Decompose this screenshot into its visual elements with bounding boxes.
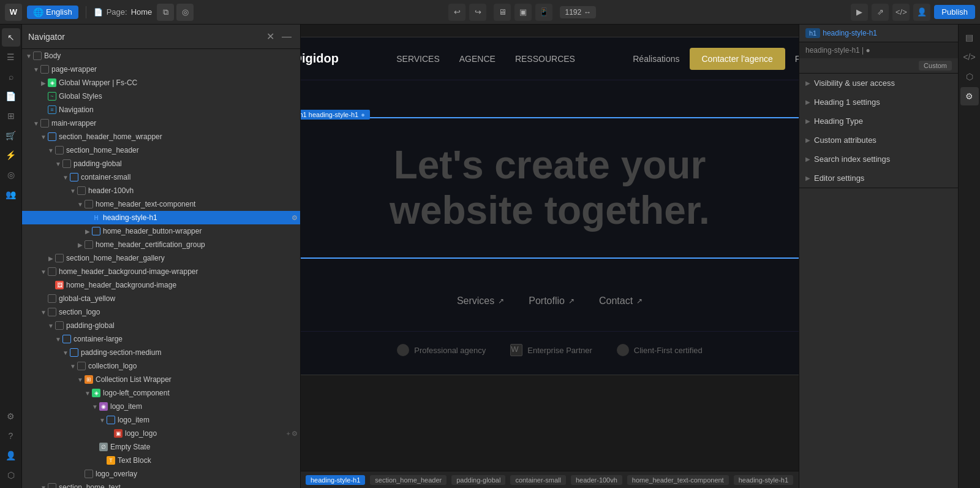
tree-item-1[interactable]: ▼Body — [22, 49, 300, 63]
right-code-btn[interactable]: </> — [960, 48, 979, 66]
tree-item-27[interactable]: ▼◉logo_item — [22, 400, 300, 413]
tree-item-26[interactable]: ▼◈logo-left_component — [22, 386, 300, 400]
tree-item-14[interactable]: ▶home_header_button-wrapper — [22, 224, 300, 238]
section-visibility[interactable]: ▶ Visibility & user access — [799, 74, 958, 93]
canvas-content[interactable]: Digidop SERVICES AGENCE RESSOURCES Réali… — [301, 25, 799, 471]
undo-btn[interactable]: ↩ — [448, 4, 466, 21]
tree-item-23[interactable]: ▼padding-section-medium — [22, 346, 300, 359]
user-btn[interactable]: 👤 — [913, 4, 930, 21]
tree-item-29[interactable]: ▣logo_logo+⚙ — [22, 427, 300, 440]
menu-services[interactable]: SERVICES — [396, 54, 440, 64]
section-headingtype[interactable]: ▶ Heading Type — [799, 112, 958, 131]
language-selector[interactable]: 🌐 English — [27, 6, 78, 19]
assets-btn[interactable]: ◎ — [2, 166, 20, 184]
tree-item-31[interactable]: TText Block — [22, 454, 300, 467]
right-style-btn[interactable]: ▤ — [960, 28, 979, 47]
tree-item-7[interactable]: ▼section_header_home_wrapper — [22, 130, 300, 143]
cms-btn[interactable]: ⊞ — [2, 107, 20, 125]
breadcrumb-item-0[interactable]: heading-style-h1 — [306, 475, 365, 485]
navigator-minimize-btn[interactable]: — — [279, 29, 294, 44]
class-name-label[interactable]: heading-style-h1 — [823, 29, 877, 37]
right-users-btn[interactable]: ⬡ — [960, 67, 979, 86]
tree-item-32[interactable]: logo_overlay — [22, 467, 300, 481]
section-editor[interactable]: ▶ Editor settings — [799, 169, 958, 188]
tree-item-30[interactable]: ∅Empty State — [22, 440, 300, 454]
preview-btn[interactable]: ▶ — [851, 4, 868, 21]
help-btn[interactable]: ? — [2, 427, 20, 445]
publish-button[interactable]: Publish — [934, 5, 975, 19]
breadcrumb-item-5[interactable]: home_header_text-component — [627, 475, 729, 485]
tree-item-15[interactable]: ▶home_header_certification_group — [22, 238, 300, 251]
duplicate-page-btn[interactable]: ⧉ — [157, 4, 174, 21]
cursor-tool-btn[interactable]: ↖ — [2, 28, 20, 47]
navigator-btn[interactable]: ☰ — [2, 48, 20, 66]
tree-item-28[interactable]: ▼logo_item — [22, 413, 300, 427]
preview-link-services[interactable]: Services ↗ — [457, 295, 504, 307]
search-btn[interactable]: ⌕ — [2, 67, 20, 86]
preview-link-portfolio[interactable]: Portoflio ↗ — [529, 295, 575, 307]
navigator-close-btn[interactable]: ✕ — [264, 29, 277, 44]
section-label-editor: Editor settings — [814, 173, 952, 183]
tree-item-13[interactable]: Hheading-style-h1⚙ — [22, 211, 300, 224]
breadcrumb-item-3[interactable]: container-small — [510, 475, 566, 485]
tree-item-2[interactable]: ▼page-wrapper — [22, 63, 300, 76]
tree-item-10[interactable]: ▼container-small — [22, 170, 300, 184]
breadcrumb-item-6[interactable]: heading-style-h1 — [734, 475, 793, 485]
tree-item-21[interactable]: ▼padding-global — [22, 319, 300, 332]
tree-item-9[interactable]: ▼padding-global — [22, 157, 300, 170]
tree-item-3[interactable]: ▶◈Global Wrapper | Fs-CC — [22, 76, 300, 90]
preview-lang[interactable]: FR — [795, 54, 799, 64]
preview-link-contact[interactable]: Contact ↗ — [599, 295, 643, 307]
tree-item-8[interactable]: ▼section_home_header — [22, 143, 300, 157]
webflow-logo[interactable]: W — [5, 4, 22, 21]
menu-ressources[interactable]: RESSOURCES — [515, 54, 575, 64]
tree-item-11[interactable]: ▼header-100vh — [22, 184, 300, 197]
tree-settings-13[interactable]: ⚙ — [292, 214, 298, 222]
preview-cta-btn[interactable]: Contacter l'agence — [690, 48, 785, 70]
settings-btn[interactable]: ⚙ — [2, 407, 20, 425]
tree-arrow-27: ▼ — [91, 403, 99, 410]
tree-item-24[interactable]: ▼collection_logo — [22, 359, 300, 373]
breadcrumb-item-1[interactable]: section_home_header — [370, 475, 447, 485]
tree-item-4[interactable]: ~Global Styles — [22, 90, 300, 103]
tablet-view-btn[interactable]: ▣ — [514, 4, 532, 21]
code-btn[interactable]: </> — [892, 4, 910, 21]
tree-action-add-29[interactable]: + — [287, 430, 290, 437]
breadcrumb-item-2[interactable]: padding-global — [451, 475, 505, 485]
tree-item-18[interactable]: 🖼home_header_background-image — [22, 278, 300, 292]
ecommerce-btn[interactable]: 🛒 — [2, 126, 20, 145]
section-search-index[interactable]: ▶ Search index settings — [799, 150, 958, 169]
tree-item-5[interactable]: ≡Navigation — [22, 103, 300, 116]
users2-btn[interactable]: ⬡ — [2, 466, 20, 484]
tree-item-17[interactable]: ▼home_header_background-image-wrapper — [22, 265, 300, 278]
right-settings-btn[interactable]: ⚙ — [960, 87, 979, 105]
menu-agence[interactable]: AGENCE — [459, 54, 496, 64]
tree-item-33[interactable]: ▼section_home_text — [22, 481, 300, 488]
tree-item-6[interactable]: ▼main-wrapper — [22, 116, 300, 130]
desktop-view-btn[interactable]: 🖥 — [494, 4, 511, 21]
tree-item-12[interactable]: ▼home_header_text-component — [22, 197, 300, 211]
redo-btn[interactable]: ↪ — [469, 4, 486, 21]
tree-item-22[interactable]: ▼container-large — [22, 332, 300, 346]
menu-realisations[interactable]: Réalisations — [633, 54, 679, 64]
tree-arrow-20: ▼ — [39, 309, 48, 316]
link-arrow-services: ↗ — [498, 297, 504, 305]
tree-item-25[interactable]: ▼⊞Collection List Wrapper — [22, 373, 300, 386]
section-heading1[interactable]: ▶ Heading 1 settings — [799, 93, 958, 112]
mobile-view-btn[interactable]: 📱 — [535, 4, 552, 21]
tree-item-20[interactable]: ▼section_logo — [22, 305, 300, 319]
pages-btn[interactable]: 📄 — [2, 87, 20, 105]
share-btn[interactable]: ⇗ — [872, 4, 889, 21]
breadcrumb-item-4[interactable]: header-100vh — [571, 475, 622, 485]
tree-item-16[interactable]: ▶section_home_header_gallery — [22, 251, 300, 265]
tree-arrow-12: ▼ — [76, 201, 85, 208]
tree-item-19[interactable]: global-cta_yellow — [22, 292, 300, 305]
users-btn[interactable]: 👥 — [2, 185, 20, 204]
account-btn[interactable]: 👤 — [2, 446, 20, 465]
page-name[interactable]: Home — [131, 7, 153, 17]
logic-btn[interactable]: ⚡ — [2, 146, 20, 164]
page-settings-btn[interactable]: ◎ — [176, 4, 194, 21]
section-custom-attr[interactable]: ▶ Custom attributes — [799, 131, 958, 150]
hero-selection-box[interactable]: h1 heading-style-h1 ● Let's create your … — [301, 117, 799, 259]
tree-action-settings-29[interactable]: ⚙ — [292, 430, 298, 438]
